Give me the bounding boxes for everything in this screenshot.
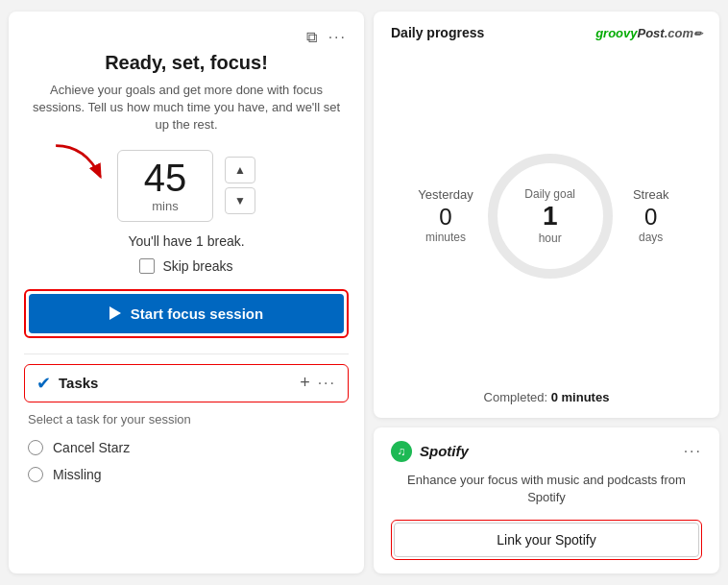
yesterday-unit: minutes: [418, 231, 473, 244]
link-spotify-button[interactable]: Link your Spotify: [394, 523, 699, 557]
panel-top-bar: ⧉ ···: [24, 27, 349, 48]
spotify-desc: Enhance your focus with music and podcas…: [391, 472, 702, 506]
divider: [24, 353, 349, 354]
streak-stat: Streak 0 days: [618, 178, 685, 254]
timer-down-button[interactable]: ▼: [225, 187, 255, 214]
tasks-select-label: Select a task for your session: [24, 412, 349, 427]
spotify-header: ♫ Spotify ···: [391, 441, 702, 462]
tasks-check-icon: ✔: [36, 373, 51, 394]
task-radio-1[interactable]: [28, 440, 43, 455]
add-task-button[interactable]: +: [300, 373, 310, 393]
break-text: You'll have 1 break.: [24, 233, 349, 249]
dp-brand: groovyPost.com✏: [595, 26, 702, 40]
completed-value: 0 minutes: [551, 390, 610, 404]
timer-controls: ▲ ▼: [225, 157, 255, 214]
daily-goal-unit: hour: [524, 232, 575, 245]
daily-goal-value: 1: [524, 201, 575, 232]
gauge-area: Yesterday 0 minutes Daily goal 1 hour: [391, 50, 702, 382]
expand-icon[interactable]: ⧉: [304, 27, 319, 48]
gauge-circle-container: Daily goal 1 hour: [483, 149, 618, 283]
spotify-logo: ♫: [391, 441, 412, 462]
timer-unit: mins: [141, 199, 189, 213]
yesterday-stat: Yesterday 0 minutes: [408, 178, 482, 254]
daily-goal-label: Daily goal: [524, 187, 575, 201]
completed-label: Completed:: [484, 390, 547, 404]
tasks-title: Tasks: [59, 375, 292, 391]
play-icon: [109, 306, 121, 320]
task-name-1: Cancel Starz: [53, 440, 130, 455]
start-focus-label: Start focus session: [131, 305, 263, 322]
timer-value: 45: [141, 158, 189, 197]
skip-breaks-row: Skip breaks: [24, 258, 349, 274]
task-item[interactable]: Missling: [24, 461, 349, 488]
streak-value: 0: [627, 204, 675, 231]
focus-title: Ready, set, focus!: [24, 52, 349, 74]
task-item[interactable]: Cancel Starz: [24, 434, 349, 461]
start-focus-button[interactable]: Start focus session: [29, 294, 344, 333]
arrow-indicator: [43, 140, 110, 197]
streak-unit: days: [627, 231, 675, 244]
spotify-card: ♫ Spotify ··· Enhance your focus with mu…: [374, 427, 719, 573]
skip-breaks-label: Skip breaks: [162, 258, 232, 274]
tasks-more-icon[interactable]: ···: [318, 375, 336, 392]
focus-subtitle: Achieve your goals and get more done wit…: [24, 82, 349, 134]
tasks-list: Cancel Starz Missling: [24, 434, 349, 488]
yesterday-label: Yesterday: [418, 187, 473, 202]
app-container: ⧉ ··· Ready, set, focus! Achieve your go…: [9, 12, 719, 573]
tasks-header: ✔ Tasks + ···: [24, 364, 349, 402]
dp-header: Daily progress groovyPost.com✏: [391, 25, 702, 40]
daily-progress-card: Daily progress groovyPost.com✏ Yesterday…: [374, 12, 719, 418]
spotify-logo-icon: ♫: [398, 445, 406, 458]
start-btn-highlight: Start focus session: [24, 289, 349, 338]
focus-panel: ⧉ ··· Ready, set, focus! Achieve your go…: [9, 12, 364, 573]
link-spotify-highlight: Link your Spotify: [391, 520, 702, 560]
more-options-icon[interactable]: ···: [327, 27, 349, 48]
right-panel: Daily progress groovyPost.com✏ Yesterday…: [374, 12, 719, 573]
panel-icons: ⧉ ···: [304, 27, 349, 48]
dp-title: Daily progress: [391, 25, 484, 40]
timer-section: 45 mins ▲ ▼: [24, 150, 349, 222]
spotify-name: Spotify: [420, 443, 676, 459]
timer-up-button[interactable]: ▲: [225, 157, 255, 183]
timer-box: 45 mins: [117, 150, 213, 222]
task-radio-2[interactable]: [28, 467, 43, 482]
task-name-2: Missling: [53, 467, 102, 482]
spotify-more-icon[interactable]: ···: [684, 443, 702, 460]
yesterday-value: 0: [418, 204, 473, 231]
completed-text: Completed: 0 minutes: [391, 390, 702, 404]
skip-breaks-checkbox[interactable]: [139, 258, 155, 274]
gauge-center: Daily goal 1 hour: [524, 187, 575, 245]
streak-label: Streak: [627, 187, 675, 202]
